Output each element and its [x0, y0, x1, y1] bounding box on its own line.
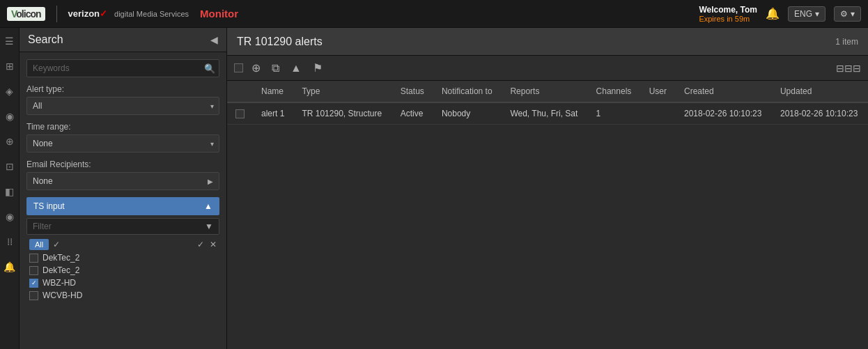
sidebar-icon-add[interactable]: ⊕ — [2, 134, 17, 149]
flag-button[interactable]: ⚑ — [310, 60, 325, 76]
grid-view-icon[interactable]: ⊟⊟⊟ — [836, 63, 861, 74]
deselect-all-icon[interactable]: ✕ — [210, 240, 217, 249]
th-name: Name — [253, 81, 293, 102]
alert-type-select[interactable]: All — [26, 97, 219, 115]
ts-item-label-0: DekTec_2 — [42, 253, 79, 263]
chevron-down-icon-2: ▾ — [851, 9, 855, 19]
expires-text: Expires in 59m — [699, 15, 757, 23]
list-item: DekTec_2 — [26, 264, 219, 277]
copy-button[interactable]: ⧉ — [269, 61, 282, 76]
time-range-select-wrapper: None ▾ — [26, 134, 219, 153]
ts-input-section: TS input ▲ ▼ All ✓ ✓ ✕ — [26, 197, 219, 302]
th-updated: Updated — [772, 81, 868, 102]
list-item: WCVB-HD — [26, 289, 219, 302]
add-button[interactable]: ⊕ — [249, 60, 263, 76]
nav-divider — [56, 6, 57, 22]
cell-name: alert 1 — [253, 102, 293, 125]
ts-filter-input[interactable] — [33, 222, 205, 231]
main-layout: ☰ ⊞ ◈ ◉ ⊕ ⊡ ◧ ◉ ⁞⁞ 🔔 Search ◀ 🔍 Alert ty… — [0, 28, 868, 349]
select-all-checkbox[interactable] — [234, 63, 243, 72]
cell-notification-to: Nobody — [433, 102, 502, 125]
welcome-area: Welcome, Tom Expires in 59m — [699, 5, 757, 23]
list-item: DekTec_2 — [26, 251, 219, 264]
alerts-table-container: Name Type Status Notification to Reports… — [227, 81, 868, 349]
email-recipients-filter: Email Recipients: None ▶ — [26, 160, 219, 190]
right-content: TR 101290 alerts 1 item ⊕ ⧉ ▲ ⚑ ⊟⊟⊟ Name… — [227, 28, 868, 349]
ts-item-label-3: WCVB-HD — [42, 290, 82, 300]
logo-area: Volicon verizon✓ digital Media Services … — [7, 6, 238, 22]
icon-sidebar: ☰ ⊞ ◈ ◉ ⊕ ⊡ ◧ ◉ ⁞⁞ 🔔 — [0, 28, 20, 349]
search-icon: 🔍 — [204, 63, 215, 74]
table-header: Name Type Status Notification to Reports… — [227, 81, 868, 102]
lang-button[interactable]: ENG ▾ — [788, 6, 826, 22]
alert-type-label: Alert type: — [26, 84, 219, 94]
email-recipients-row[interactable]: None ▶ — [26, 172, 219, 190]
cell-updated: 2018-02-26 10:10:23 — [772, 102, 868, 125]
th-user: User — [641, 81, 676, 102]
time-range-select[interactable]: None — [26, 134, 219, 153]
ts-input-header[interactable]: TS input ▲ — [26, 197, 219, 215]
cell-status: Active — [392, 102, 433, 125]
upload-button[interactable]: ▲ — [288, 61, 304, 76]
select-all-icon[interactable]: ✓ — [197, 240, 204, 249]
verizon-brand: verizon✓ — [68, 8, 108, 19]
ts-item-label-2: WBZ-HD — [42, 278, 76, 288]
email-recipients-label: Email Recipients: — [26, 160, 219, 169]
top-navbar: Volicon verizon✓ digital Media Services … — [0, 0, 868, 28]
cell-type: TR 101290, Structure — [293, 102, 392, 125]
chevron-right-icon: ▶ — [208, 178, 213, 185]
cell-channels: 1 — [588, 102, 641, 125]
settings-button[interactable]: ⚙ ▾ — [834, 6, 861, 22]
filter-icon: ▼ — [205, 222, 213, 231]
cell-user — [641, 102, 676, 125]
toolbar: ⊕ ⧉ ▲ ⚑ ⊟⊟⊟ — [227, 56, 868, 81]
alert-type-filter: Alert type: All ▾ — [26, 84, 219, 115]
digital-media-text: digital Media Services — [114, 10, 189, 18]
nav-right: Welcome, Tom Expires in 59m 🔔 ENG ▾ ⚙ ▾ — [699, 5, 861, 23]
sidebar-icon-search[interactable]: ◉ — [2, 109, 17, 124]
monitor-text: Monitor — [200, 8, 238, 20]
ts-filter-row: ▼ — [26, 218, 219, 235]
content-title: TR 101290 alerts — [237, 36, 323, 48]
cell-reports: Wed, Thu, Fri, Sat — [502, 102, 587, 125]
th-created: Created — [676, 81, 772, 102]
sidebar-icon-layout[interactable]: ◧ — [2, 184, 17, 199]
ts-item-checkbox-1[interactable] — [29, 266, 38, 275]
left-panel-header: Search ◀ — [20, 28, 226, 52]
sidebar-icon-dots[interactable]: ⁞⁞ — [2, 234, 17, 249]
alert-type-select-wrapper: All ▾ — [26, 97, 219, 115]
collapse-panel-button[interactable]: ◀ — [210, 34, 218, 45]
th-status: Status — [392, 81, 433, 102]
time-range-label: Time range: — [26, 122, 219, 132]
sidebar-icon-table[interactable]: ⊡ — [2, 159, 17, 174]
ts-item-checkbox-3[interactable] — [29, 291, 38, 300]
chevron-down-icon: ▾ — [815, 9, 819, 19]
email-recipients-value: None — [33, 176, 53, 186]
sidebar-icon-grid[interactable]: ⊞ — [2, 59, 17, 74]
volicon-logo: Volicon — [7, 7, 45, 21]
bell-icon[interactable]: 🔔 — [766, 7, 780, 20]
left-panel-title: Search — [28, 33, 63, 46]
row-checkbox[interactable] — [235, 109, 245, 118]
keywords-input[interactable] — [26, 59, 219, 77]
check-icon[interactable]: ✓ — [53, 240, 60, 249]
th-reports: Reports — [502, 81, 587, 102]
sidebar-icon-bell[interactable]: 🔔 — [2, 259, 17, 274]
ts-item-checkbox-0[interactable] — [29, 254, 38, 263]
left-panel-body: 🔍 Alert type: All ▾ Time range: None — [20, 52, 226, 349]
ts-item-checkbox-2[interactable] — [29, 279, 38, 288]
table-body: alert 1 TR 101290, Structure Active Nobo… — [227, 102, 868, 125]
ts-all-button[interactable]: All — [29, 239, 49, 250]
content-header: TR 101290 alerts 1 item — [227, 28, 868, 56]
sidebar-icon-menu[interactable]: ☰ — [2, 33, 17, 49]
sidebar-icon-circle[interactable]: ◉ — [2, 209, 17, 224]
gear-icon: ⚙ — [840, 9, 848, 19]
sidebar-icon-bookmark[interactable]: ◈ — [2, 84, 17, 99]
toolbar-right: ⊟⊟⊟ — [836, 63, 861, 74]
ts-actions: ✓ ✕ — [197, 240, 217, 249]
table-row: alert 1 TR 101290, Structure Active Nobo… — [227, 102, 868, 125]
chevron-up-icon: ▲ — [204, 201, 212, 211]
welcome-text: Welcome, Tom — [699, 5, 757, 15]
th-notification-to: Notification to — [433, 81, 502, 102]
ts-filter-wrapper: ▼ — [26, 218, 219, 235]
